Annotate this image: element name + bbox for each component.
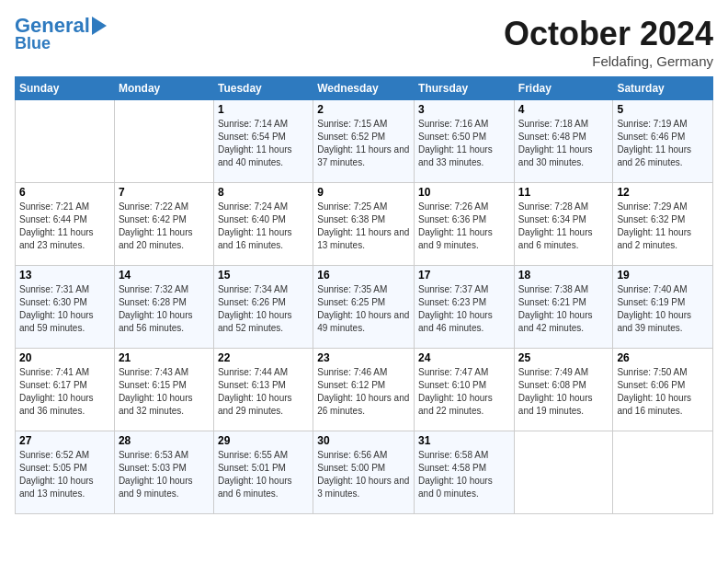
calendar-cell: 12Sunrise: 7:29 AM Sunset: 6:32 PM Dayli…: [613, 183, 713, 266]
day-info: Sunrise: 7:50 AM Sunset: 6:06 PM Dayligh…: [617, 366, 709, 418]
calendar-cell: [16, 100, 115, 183]
day-number: 9: [317, 186, 410, 199]
day-info: Sunrise: 6:52 AM Sunset: 5:05 PM Dayligh…: [19, 449, 110, 500]
day-info: Sunrise: 7:21 AM Sunset: 6:44 PM Dayligh…: [19, 201, 110, 252]
calendar-cell: 14Sunrise: 7:32 AM Sunset: 6:28 PM Dayli…: [114, 266, 213, 349]
day-number: 8: [218, 186, 309, 199]
day-info: Sunrise: 7:44 AM Sunset: 6:13 PM Dayligh…: [218, 366, 309, 418]
calendar-cell: 15Sunrise: 7:34 AM Sunset: 6:26 PM Dayli…: [213, 266, 313, 349]
day-info: Sunrise: 7:43 AM Sunset: 6:15 PM Dayligh…: [119, 366, 210, 418]
calendar-cell: 4Sunrise: 7:18 AM Sunset: 6:48 PM Daylig…: [514, 100, 613, 183]
day-info: Sunrise: 7:16 AM Sunset: 6:50 PM Dayligh…: [418, 118, 510, 169]
calendar-cell: 1Sunrise: 7:14 AM Sunset: 6:54 PM Daylig…: [213, 100, 313, 183]
day-info: Sunrise: 7:34 AM Sunset: 6:26 PM Dayligh…: [218, 283, 309, 335]
logo: General Blue: [15, 15, 107, 53]
day-number: 16: [317, 269, 410, 282]
page-header: General Blue October 2024 Feldafing, Ger…: [15, 15, 713, 69]
weekday-header-thursday: Thursday: [415, 77, 515, 100]
day-info: Sunrise: 7:29 AM Sunset: 6:32 PM Dayligh…: [617, 201, 709, 252]
day-number: 24: [418, 351, 510, 364]
day-number: 5: [617, 103, 709, 116]
calendar-cell: 27Sunrise: 6:52 AM Sunset: 5:05 PM Dayli…: [16, 431, 115, 514]
day-info: Sunrise: 7:31 AM Sunset: 6:30 PM Dayligh…: [19, 283, 110, 335]
calendar-cell: 2Sunrise: 7:15 AM Sunset: 6:52 PM Daylig…: [313, 100, 415, 183]
day-info: Sunrise: 6:58 AM Sunset: 4:58 PM Dayligh…: [418, 449, 510, 500]
calendar-cell: 29Sunrise: 6:55 AM Sunset: 5:01 PM Dayli…: [213, 431, 313, 514]
calendar-cell: 16Sunrise: 7:35 AM Sunset: 6:25 PM Dayli…: [313, 266, 415, 349]
day-number: 15: [218, 269, 309, 282]
title-block: October 2024 Feldafing, Germany: [504, 15, 713, 69]
day-number: 30: [317, 434, 410, 447]
day-info: Sunrise: 7:15 AM Sunset: 6:52 PM Dayligh…: [317, 118, 410, 169]
calendar-cell: 9Sunrise: 7:25 AM Sunset: 6:38 PM Daylig…: [313, 183, 415, 266]
day-number: 14: [119, 269, 210, 282]
day-number: 6: [19, 186, 110, 199]
day-info: Sunrise: 7:35 AM Sunset: 6:25 PM Dayligh…: [317, 283, 410, 335]
day-number: 29: [218, 434, 309, 447]
calendar-cell: 22Sunrise: 7:44 AM Sunset: 6:13 PM Dayli…: [213, 349, 313, 431]
day-number: 12: [617, 186, 709, 199]
day-number: 2: [317, 103, 410, 116]
day-number: 3: [418, 103, 510, 116]
weekday-header-sunday: Sunday: [16, 77, 115, 100]
day-info: Sunrise: 7:38 AM Sunset: 6:21 PM Dayligh…: [518, 283, 609, 335]
day-number: 18: [518, 269, 609, 282]
day-info: Sunrise: 7:46 AM Sunset: 6:12 PM Dayligh…: [317, 366, 410, 418]
calendar-cell: 5Sunrise: 7:19 AM Sunset: 6:46 PM Daylig…: [613, 100, 713, 183]
day-info: Sunrise: 7:22 AM Sunset: 6:42 PM Dayligh…: [119, 201, 210, 252]
weekday-header-friday: Friday: [514, 77, 613, 100]
day-info: Sunrise: 7:32 AM Sunset: 6:28 PM Dayligh…: [119, 283, 210, 335]
calendar-cell: 19Sunrise: 7:40 AM Sunset: 6:19 PM Dayli…: [613, 266, 713, 349]
calendar-cell: [114, 100, 213, 183]
weekday-header-wednesday: Wednesday: [313, 77, 415, 100]
day-number: 31: [418, 434, 510, 447]
day-info: Sunrise: 7:47 AM Sunset: 6:10 PM Dayligh…: [418, 366, 510, 418]
day-number: 23: [317, 351, 410, 364]
month-title: October 2024: [504, 15, 713, 53]
day-info: Sunrise: 7:41 AM Sunset: 6:17 PM Dayligh…: [19, 366, 110, 418]
location: Feldafing, Germany: [504, 53, 713, 69]
calendar-cell: 25Sunrise: 7:49 AM Sunset: 6:08 PM Dayli…: [514, 349, 613, 431]
day-info: Sunrise: 7:37 AM Sunset: 6:23 PM Dayligh…: [418, 283, 510, 335]
calendar-cell: 23Sunrise: 7:46 AM Sunset: 6:12 PM Dayli…: [313, 349, 415, 431]
calendar-cell: [613, 431, 713, 514]
day-info: Sunrise: 6:55 AM Sunset: 5:01 PM Dayligh…: [218, 449, 309, 500]
day-info: Sunrise: 7:18 AM Sunset: 6:48 PM Dayligh…: [518, 118, 609, 169]
calendar-cell: 11Sunrise: 7:28 AM Sunset: 6:34 PM Dayli…: [514, 183, 613, 266]
day-info: Sunrise: 7:19 AM Sunset: 6:46 PM Dayligh…: [617, 118, 709, 169]
day-number: 17: [418, 269, 510, 282]
day-number: 7: [119, 186, 210, 199]
day-info: Sunrise: 7:49 AM Sunset: 6:08 PM Dayligh…: [518, 366, 609, 418]
calendar-cell: 31Sunrise: 6:58 AM Sunset: 4:58 PM Dayli…: [415, 431, 515, 514]
day-number: 26: [617, 351, 709, 364]
calendar-cell: 18Sunrise: 7:38 AM Sunset: 6:21 PM Dayli…: [514, 266, 613, 349]
day-number: 20: [19, 351, 110, 364]
calendar-cell: [514, 431, 613, 514]
day-info: Sunrise: 7:25 AM Sunset: 6:38 PM Dayligh…: [317, 201, 410, 252]
day-info: Sunrise: 7:40 AM Sunset: 6:19 PM Dayligh…: [617, 283, 709, 335]
weekday-header-saturday: Saturday: [613, 77, 713, 100]
day-number: 13: [19, 269, 110, 282]
calendar-cell: 21Sunrise: 7:43 AM Sunset: 6:15 PM Dayli…: [114, 349, 213, 431]
day-number: 21: [119, 351, 210, 364]
calendar-cell: 6Sunrise: 7:21 AM Sunset: 6:44 PM Daylig…: [16, 183, 115, 266]
logo-arrow-icon: [92, 17, 107, 35]
day-number: 27: [19, 434, 110, 447]
calendar-cell: 8Sunrise: 7:24 AM Sunset: 6:40 PM Daylig…: [213, 183, 313, 266]
day-number: 28: [119, 434, 210, 447]
calendar-cell: 30Sunrise: 6:56 AM Sunset: 5:00 PM Dayli…: [313, 431, 415, 514]
calendar-cell: 20Sunrise: 7:41 AM Sunset: 6:17 PM Dayli…: [16, 349, 115, 431]
day-number: 10: [418, 186, 510, 199]
day-number: 11: [518, 186, 609, 199]
day-number: 1: [218, 103, 309, 116]
calendar-cell: 13Sunrise: 7:31 AM Sunset: 6:30 PM Dayli…: [16, 266, 115, 349]
day-info: Sunrise: 6:56 AM Sunset: 5:00 PM Dayligh…: [317, 449, 410, 500]
calendar-cell: 26Sunrise: 7:50 AM Sunset: 6:06 PM Dayli…: [613, 349, 713, 431]
weekday-header-monday: Monday: [114, 77, 213, 100]
day-info: Sunrise: 7:24 AM Sunset: 6:40 PM Dayligh…: [218, 201, 309, 252]
calendar-cell: 28Sunrise: 6:53 AM Sunset: 5:03 PM Dayli…: [114, 431, 213, 514]
day-number: 4: [518, 103, 609, 116]
calendar-cell: 10Sunrise: 7:26 AM Sunset: 6:36 PM Dayli…: [415, 183, 515, 266]
calendar-cell: 3Sunrise: 7:16 AM Sunset: 6:50 PM Daylig…: [415, 100, 515, 183]
logo-blue: Blue: [15, 35, 51, 53]
